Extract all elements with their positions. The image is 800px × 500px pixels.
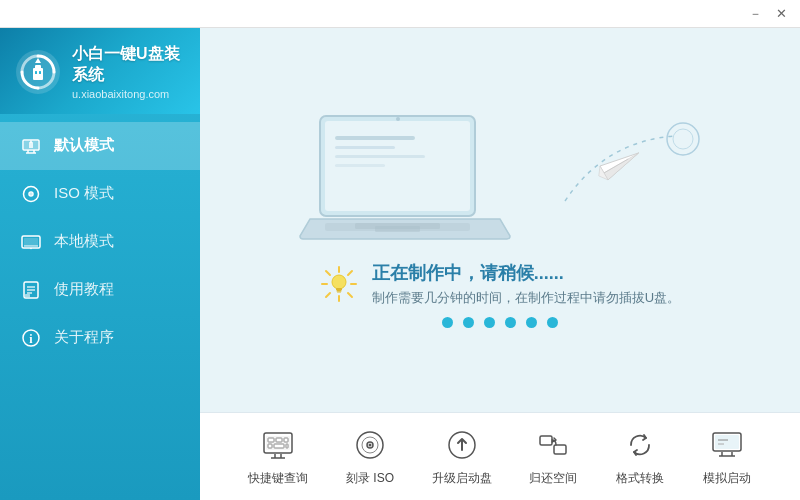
iso-mode-label: ISO 模式 — [54, 184, 114, 203]
restore-icon — [534, 426, 572, 464]
app-logo — [14, 48, 62, 96]
tool-restore[interactable]: 归还空间 — [518, 420, 588, 493]
burn-iso-icon — [351, 426, 389, 464]
tool-format[interactable]: 格式转换 — [605, 420, 675, 493]
svg-rect-29 — [335, 136, 415, 140]
svg-rect-17 — [24, 238, 38, 246]
close-button[interactable]: ✕ — [770, 3, 792, 25]
dot-5 — [526, 317, 537, 328]
burn-iso-label: 刻录 ISO — [346, 470, 394, 487]
sidebar-item-local[interactable]: 本地模式 — [0, 218, 200, 266]
svg-point-51 — [332, 275, 346, 289]
about-icon: i — [20, 327, 42, 349]
svg-rect-30 — [335, 146, 395, 149]
svg-rect-57 — [268, 438, 274, 442]
svg-rect-60 — [268, 444, 272, 448]
laptop-illustration — [295, 111, 515, 251]
sidebar-header: 小白一键U盘装系统 u.xiaobaixitong.com — [0, 28, 200, 114]
minimize-button[interactable]: － — [744, 3, 766, 25]
illustration-area — [220, 111, 780, 251]
paper-plane-area — [545, 121, 705, 241]
svg-rect-72 — [540, 436, 552, 445]
svg-rect-53 — [336, 290, 341, 292]
sidebar-title-block: 小白一键U盘装系统 u.xiaobaixitong.com — [72, 44, 186, 100]
status-main-text: 正在制作中，请稍候...... — [372, 261, 680, 285]
default-mode-icon — [20, 135, 42, 157]
sidebar-item-default[interactable]: 默认模式 — [0, 122, 200, 170]
svg-rect-36 — [375, 226, 420, 232]
sidebar: 小白一键U盘装系统 u.xiaobaixitong.com — [0, 28, 200, 500]
dot-1 — [442, 317, 453, 328]
status-section: 正在制作中，请稍候...... 制作需要几分钟的时间，在制作过程中请勿插拔U盘。 — [320, 261, 680, 332]
svg-point-33 — [396, 117, 400, 121]
svg-line-50 — [326, 293, 330, 297]
shortcut-label: 快捷键查询 — [248, 470, 308, 487]
bottom-toolbar: 快捷键查询 刻录 ISO — [200, 412, 800, 500]
svg-line-49 — [348, 271, 352, 275]
paper-plane-svg — [545, 121, 705, 241]
simulate-label: 模拟启动 — [703, 470, 751, 487]
progress-dots — [442, 317, 558, 328]
svg-rect-58 — [276, 438, 282, 442]
svg-rect-31 — [335, 155, 425, 158]
dot-6 — [547, 317, 558, 328]
simulate-icon — [708, 426, 746, 464]
upgrade-icon — [443, 426, 481, 464]
dot-2 — [463, 317, 474, 328]
app-subtitle: u.xiaobaixitong.com — [72, 88, 186, 100]
dot-4 — [505, 317, 516, 328]
svg-rect-59 — [284, 438, 288, 442]
svg-rect-52 — [336, 288, 342, 290]
main-container: 小白一键U盘装系统 u.xiaobaixitong.com — [0, 28, 800, 500]
format-label: 格式转换 — [616, 470, 664, 487]
local-mode-icon — [20, 231, 42, 253]
status-row: 正在制作中，请稍候...... 制作需要几分钟的时间，在制作过程中请勿插拔U盘。 — [320, 261, 680, 307]
sidebar-item-about[interactable]: i 关于程序 — [0, 314, 200, 362]
sidebar-item-iso[interactable]: ISO 模式 — [0, 170, 200, 218]
iso-mode-icon — [20, 183, 42, 205]
svg-line-47 — [326, 271, 330, 275]
svg-rect-2 — [35, 65, 41, 70]
sidebar-item-tutorial[interactable]: 使用教程 — [0, 266, 200, 314]
status-text-block: 正在制作中，请稍候...... 制作需要几分钟的时间，在制作过程中请勿插拔U盘。 — [372, 261, 680, 307]
tutorial-icon — [20, 279, 42, 301]
format-icon — [621, 426, 659, 464]
content-main: 正在制作中，请稍候...... 制作需要几分钟的时间，在制作过程中请勿插拔U盘。 — [200, 28, 800, 412]
svg-rect-62 — [286, 444, 288, 448]
default-mode-label: 默认模式 — [54, 136, 114, 155]
tool-shortcut[interactable]: 快捷键查询 — [238, 420, 318, 493]
svg-point-69 — [368, 444, 371, 447]
sidebar-nav: 默认模式 ISO 模式 — [0, 114, 200, 500]
tool-simulate[interactable]: 模拟启动 — [692, 420, 762, 493]
svg-text:i: i — [29, 332, 33, 346]
svg-rect-24 — [25, 294, 30, 297]
svg-rect-4 — [39, 71, 41, 74]
shortcut-icon — [259, 426, 297, 464]
titlebar: － ✕ — [0, 0, 800, 28]
svg-point-15 — [30, 193, 32, 195]
content-area: 正在制作中，请稍候...... 制作需要几分钟的时间，在制作过程中请勿插拔U盘。 — [200, 28, 800, 500]
bulb-icon — [320, 265, 358, 303]
tool-upgrade[interactable]: 升级启动盘 — [422, 420, 502, 493]
svg-rect-75 — [715, 435, 739, 449]
about-label: 关于程序 — [54, 328, 114, 347]
svg-rect-61 — [274, 444, 284, 448]
svg-rect-54 — [337, 291, 341, 292]
svg-rect-32 — [335, 164, 385, 167]
svg-rect-3 — [35, 71, 37, 74]
svg-rect-12 — [30, 140, 32, 143]
status-sub-text: 制作需要几分钟的时间，在制作过程中请勿插拔U盘。 — [372, 289, 680, 307]
tutorial-label: 使用教程 — [54, 280, 114, 299]
tool-burn-iso[interactable]: 刻录 ISO — [335, 420, 405, 493]
svg-rect-73 — [554, 445, 566, 454]
svg-line-48 — [348, 293, 352, 297]
app-title: 小白一键U盘装系统 — [72, 44, 186, 86]
upgrade-label: 升级启动盘 — [432, 470, 492, 487]
local-mode-label: 本地模式 — [54, 232, 114, 251]
svg-point-37 — [667, 123, 699, 155]
restore-label: 归还空间 — [529, 470, 577, 487]
svg-point-19 — [30, 247, 32, 249]
svg-point-38 — [673, 129, 693, 149]
dot-3 — [484, 317, 495, 328]
